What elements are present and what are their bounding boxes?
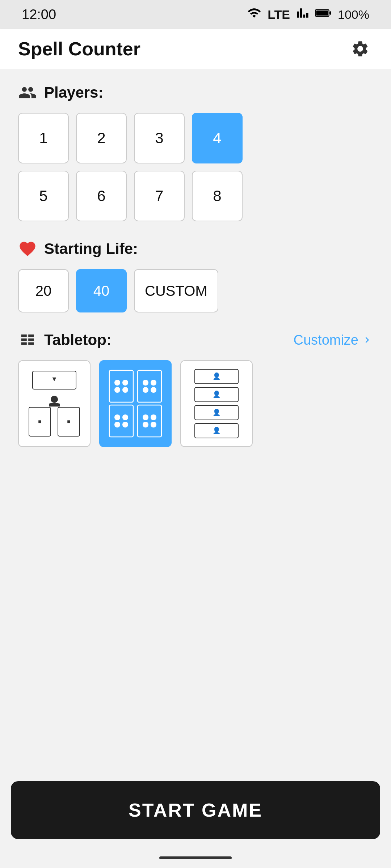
svg-rect-25 — [138, 405, 161, 437]
chevron-right-icon — [361, 334, 373, 346]
svg-point-28 — [143, 422, 148, 427]
tabletop-layout-cards: ▼ ■ ■ 👤 — [18, 360, 373, 447]
start-game-container: START GAME — [11, 781, 380, 839]
svg-text:👤: 👤 — [213, 390, 221, 398]
tabletop-icon — [18, 331, 37, 349]
tabletop-title: Tabletop: — [44, 331, 112, 349]
gear-icon — [351, 39, 370, 58]
player-btn-3[interactable]: 3 — [134, 113, 185, 163]
starting-life-section: Starting Life: 2040CUSTOM — [18, 239, 373, 312]
signal-icon — [297, 6, 309, 23]
player-btn-7[interactable]: 7 — [134, 171, 185, 221]
svg-point-9 — [51, 396, 58, 403]
svg-text:👤: 👤 — [213, 408, 221, 416]
svg-rect-2 — [329, 11, 331, 14]
battery-icon — [315, 6, 331, 23]
life-title: Starting Life: — [44, 240, 138, 258]
lte-label: LTE — [268, 8, 290, 22]
life-btn-custom[interactable]: CUSTOM — [134, 269, 218, 312]
tabletop-section: Tabletop: Customize ▼ ■ ■ — [18, 331, 373, 447]
heart-icon — [18, 239, 37, 258]
svg-point-11 — [114, 380, 120, 386]
life-btn-40[interactable]: 40 — [76, 269, 127, 312]
settings-button[interactable] — [348, 36, 373, 61]
svg-text:▼: ▼ — [51, 375, 58, 383]
layout-card-1[interactable] — [99, 360, 172, 447]
svg-point-13 — [114, 387, 120, 393]
layout-card-0[interactable]: ▼ ■ ■ — [18, 360, 91, 447]
svg-text:👤: 👤 — [213, 426, 221, 434]
status-bar: 12:00 LTE 100% — [0, 0, 391, 29]
svg-rect-1 — [316, 10, 328, 16]
svg-point-22 — [122, 414, 128, 420]
players-title: Players: — [44, 84, 103, 101]
svg-text:■: ■ — [67, 418, 71, 425]
player-btn-5[interactable]: 5 — [18, 171, 69, 221]
svg-point-27 — [151, 414, 156, 420]
svg-text:■: ■ — [38, 418, 42, 425]
player-buttons-grid: 12345678 — [18, 113, 373, 221]
players-section: Players: 12345678 — [18, 83, 373, 221]
svg-text:👤: 👤 — [213, 372, 221, 380]
svg-point-24 — [122, 422, 128, 427]
svg-rect-10 — [109, 370, 133, 402]
life-btn-20[interactable]: 20 — [18, 269, 69, 312]
main-content: Players: 12345678 Starting Life: 2040CUS… — [0, 69, 391, 480]
battery-percent: 100% — [338, 8, 369, 22]
layout-card-2[interactable]: 👤 👤 👤 👤 — [180, 360, 253, 447]
status-time: 12:00 — [22, 7, 56, 22]
life-buttons-row: 2040CUSTOM — [18, 269, 373, 312]
tabletop-left: Tabletop: — [18, 331, 112, 349]
player-btn-2[interactable]: 2 — [76, 113, 127, 163]
svg-point-21 — [114, 414, 120, 420]
svg-point-26 — [143, 414, 148, 420]
app-title: Spell Counter — [18, 38, 140, 60]
player-btn-8[interactable]: 8 — [192, 171, 243, 221]
svg-point-16 — [143, 380, 148, 386]
svg-rect-15 — [138, 370, 161, 402]
start-game-button[interactable]: START GAME — [11, 781, 380, 839]
svg-rect-20 — [109, 405, 133, 437]
player-btn-4[interactable]: 4 — [192, 113, 243, 163]
players-icon — [18, 83, 37, 102]
svg-point-23 — [114, 422, 120, 427]
life-header: Starting Life: — [18, 239, 373, 258]
svg-point-19 — [151, 387, 156, 393]
player-btn-1[interactable]: 1 — [18, 113, 69, 163]
customize-label: Customize — [294, 332, 359, 348]
svg-point-17 — [151, 380, 156, 386]
svg-point-29 — [151, 422, 156, 427]
wifi-icon — [247, 6, 261, 23]
status-icons: LTE 100% — [247, 6, 369, 23]
players-header: Players: — [18, 83, 373, 102]
app-bar: Spell Counter — [0, 29, 391, 69]
svg-point-12 — [122, 380, 128, 386]
svg-point-14 — [122, 387, 128, 393]
customize-link[interactable]: Customize — [294, 332, 373, 348]
tabletop-header: Tabletop: Customize — [18, 331, 373, 349]
player-btn-6[interactable]: 6 — [76, 171, 127, 221]
bottom-nav-indicator — [159, 856, 232, 859]
svg-point-18 — [143, 387, 148, 393]
